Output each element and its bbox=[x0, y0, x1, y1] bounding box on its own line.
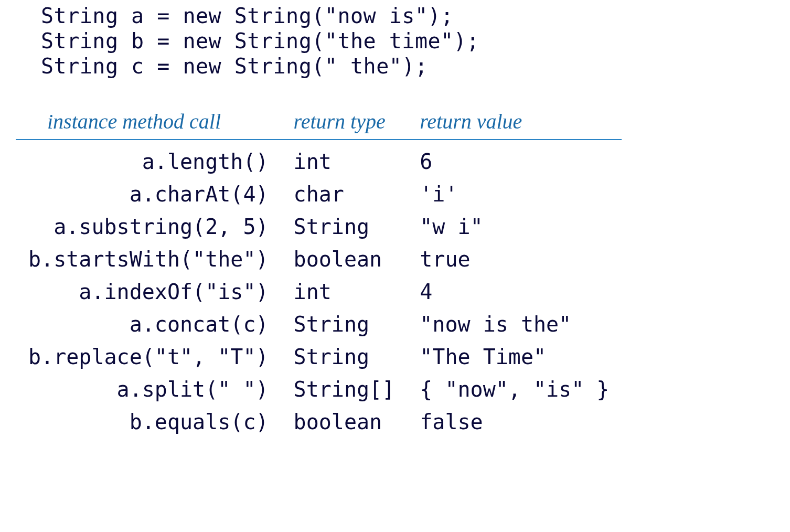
table-row: a.substring(2, 5) String "w i" bbox=[16, 210, 622, 243]
table-row: b.equals(c) boolean false bbox=[16, 406, 622, 438]
cell-rvalue: 4 bbox=[407, 275, 622, 308]
cell-rtype: String[] bbox=[281, 373, 408, 406]
cell-rvalue: "The Time" bbox=[407, 341, 622, 373]
method-table-wrap: instance method call return type return … bbox=[16, 106, 780, 438]
cell-call: b.replace("t", "T") bbox=[16, 341, 281, 373]
code-declarations: String a = new String("now is"); String … bbox=[41, 3, 780, 79]
table-row: a.split(" ") String[] { "now", "is" } bbox=[16, 373, 622, 406]
cell-rtype: String bbox=[281, 210, 408, 243]
cell-call: a.charAt(4) bbox=[16, 178, 281, 210]
cell-rtype: boolean bbox=[281, 406, 408, 438]
header-return-type: return type bbox=[281, 106, 408, 140]
table-row: b.startsWith("the") boolean true bbox=[16, 243, 622, 275]
header-return-value: return value bbox=[407, 106, 622, 140]
cell-rvalue: false bbox=[407, 406, 622, 438]
table-row: a.indexOf("is") int 4 bbox=[16, 275, 622, 308]
table-header-row: instance method call return type return … bbox=[16, 106, 622, 140]
cell-rtype: String bbox=[281, 308, 408, 341]
code-line: String c = new String(" the"); bbox=[41, 54, 780, 79]
table-row: b.replace("t", "T") String "The Time" bbox=[16, 341, 622, 373]
cell-call: b.startsWith("the") bbox=[16, 243, 281, 275]
code-line: String a = new String("now is"); bbox=[41, 3, 780, 28]
cell-rvalue: { "now", "is" } bbox=[407, 373, 622, 406]
code-line: String b = new String("the time"); bbox=[41, 28, 780, 54]
cell-call: a.length() bbox=[16, 140, 281, 178]
cell-rtype: char bbox=[281, 178, 408, 210]
cell-rvalue: 6 bbox=[407, 140, 622, 178]
cell-rtype: int bbox=[281, 275, 408, 308]
cell-rtype: int bbox=[281, 140, 408, 178]
table-row: a.length() int 6 bbox=[16, 140, 622, 178]
table-row: a.concat(c) String "now is the" bbox=[16, 308, 622, 341]
page: String a = new String("now is"); String … bbox=[0, 0, 790, 532]
cell-call: b.equals(c) bbox=[16, 406, 281, 438]
cell-call: a.indexOf("is") bbox=[16, 275, 281, 308]
cell-rvalue: 'i' bbox=[407, 178, 622, 210]
cell-call: a.concat(c) bbox=[16, 308, 281, 341]
header-instance-method-call: instance method call bbox=[16, 106, 281, 140]
cell-call: a.split(" ") bbox=[16, 373, 281, 406]
table-row: a.charAt(4) char 'i' bbox=[16, 178, 622, 210]
cell-rtype: boolean bbox=[281, 243, 408, 275]
cell-rvalue: true bbox=[407, 243, 622, 275]
cell-rvalue: "w i" bbox=[407, 210, 622, 243]
method-table: instance method call return type return … bbox=[16, 106, 622, 438]
cell-rvalue: "now is the" bbox=[407, 308, 622, 341]
cell-rtype: String bbox=[281, 341, 408, 373]
cell-call: a.substring(2, 5) bbox=[16, 210, 281, 243]
